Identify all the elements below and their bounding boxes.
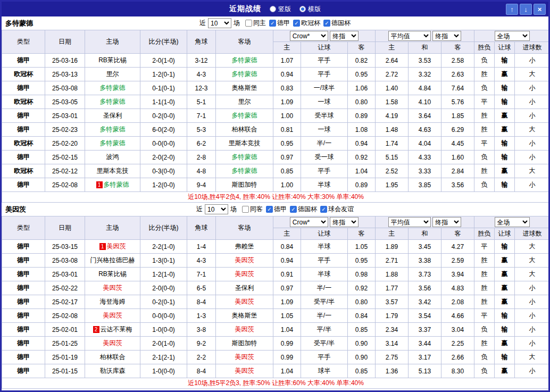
avg-draw-cell: 3.85 xyxy=(409,178,441,192)
layout-radio-vertical[interactable]: 竖版 xyxy=(270,5,291,14)
checkbox-unchecked-icon[interactable] xyxy=(242,206,249,213)
match-row: 德甲25-02-22美因茨2-0(0-0)6-5圣保利0.97半/一0.921.… xyxy=(2,281,550,295)
team-name-link[interactable]: 美因茨 xyxy=(235,367,254,374)
card-count-badge: 2 xyxy=(93,326,99,333)
odds-source-select[interactable]: Crow* xyxy=(290,31,328,41)
handicap-result-cell: 输 xyxy=(495,54,515,68)
filter-checkbox-同客[interactable]: 同客 xyxy=(242,205,263,214)
checkbox-checked-icon[interactable]: ✓ xyxy=(290,206,297,213)
team-name-link[interactable]: 多特蒙德 xyxy=(232,56,257,64)
team-name-link[interactable]: 美因茨 xyxy=(235,270,254,278)
odds-period-select[interactable]: 终指 xyxy=(330,31,359,41)
checkbox-checked-icon[interactable]: ✓ xyxy=(323,20,330,27)
team-name-link[interactable]: 奥格斯堡 xyxy=(232,84,257,91)
checkbox-checked-icon[interactable]: ✓ xyxy=(293,20,300,27)
team-name-link[interactable]: 美因茨 xyxy=(103,339,122,347)
match-row: 欧冠杯25-03-05多特蒙德1-1(1-0)5-1里尔1.09一球0.801.… xyxy=(2,95,550,109)
odds-source-select[interactable]: Crow* xyxy=(290,217,328,227)
result-cell: 胜 xyxy=(474,281,495,295)
handicap-result-cell: 赢 xyxy=(495,281,515,295)
team-name-link[interactable]: 奥格斯堡 xyxy=(232,312,257,319)
scope-select[interactable]: 全场 xyxy=(495,217,530,227)
filter-checkbox-德国杯[interactable]: ✓德国杯 xyxy=(323,19,351,28)
titlebar: 近期战绩 竖版 横版 ↑ ↓ × xyxy=(2,2,548,16)
team-name-link[interactable]: RB莱比锡 xyxy=(98,270,127,278)
team-name-link[interactable]: 多特蒙德 xyxy=(104,181,129,188)
odds-home-cell: 1.00 xyxy=(273,109,301,123)
filter-checkbox-德甲[interactable]: ✓德甲 xyxy=(266,205,287,214)
team-name-link[interactable]: 柏林联合 xyxy=(100,353,126,361)
avg-source-select[interactable]: 平均值 xyxy=(388,31,431,41)
score-cell: 0-0(0-0) xyxy=(140,309,187,323)
radio-selected-icon[interactable] xyxy=(299,6,306,12)
checkbox-unchecked-icon[interactable] xyxy=(245,20,252,27)
avg-source-select[interactable]: 平均值 xyxy=(388,217,431,227)
team-name-link[interactable]: 美因茨 xyxy=(103,284,122,291)
league-cell: 德甲 xyxy=(2,351,45,364)
checkbox-checked-icon[interactable]: ✓ xyxy=(320,206,327,213)
team-name-link[interactable]: 圣保利 xyxy=(235,284,254,291)
team-name-link[interactable]: 里斯本竞技 xyxy=(97,167,129,174)
scope-select[interactable]: 全场 xyxy=(495,31,530,41)
team-name-link[interactable]: 多特蒙德 xyxy=(100,126,126,133)
team-name-link[interactable]: 里尔 xyxy=(238,98,251,105)
home-team-cell: 1多特蒙德 xyxy=(85,178,140,192)
team-name-link[interactable]: 多特蒙德 xyxy=(100,98,126,105)
team-name-link[interactable]: 斯图加特 xyxy=(232,339,257,347)
team-name-link[interactable]: 圣保利 xyxy=(103,112,122,119)
filter-checkbox-德甲[interactable]: ✓德甲 xyxy=(269,19,290,28)
filter-checkbox-同主[interactable]: 同主 xyxy=(245,19,266,28)
team-name-link[interactable]: 斯图加特 xyxy=(232,181,257,188)
team-name-link[interactable]: 多特蒙德 xyxy=(100,84,126,91)
team-name-link[interactable]: 里尔 xyxy=(106,70,119,78)
team-name-link[interactable]: 门兴格拉德巴赫 xyxy=(90,256,135,264)
recent-count-select[interactable]: 10 xyxy=(205,204,228,214)
team-name-link[interactable]: 海登海姆 xyxy=(100,298,126,305)
down-arrow-button[interactable]: ↓ xyxy=(520,4,532,15)
checkbox-checked-icon[interactable]: ✓ xyxy=(266,206,273,213)
team-name-link[interactable]: 多特蒙德 xyxy=(232,167,257,174)
team-name-link[interactable]: 勒沃库森 xyxy=(100,367,126,374)
odds-period-select[interactable]: 终指 xyxy=(330,217,359,227)
team-name-link[interactable]: 多特蒙德 xyxy=(100,139,126,147)
team-name-link[interactable]: 美因茨 xyxy=(235,256,254,264)
handicap-line-cell: 平/半 xyxy=(301,323,348,337)
team-name-link[interactable]: 多特蒙德 xyxy=(232,153,257,161)
team-name-link[interactable]: 美因茨 xyxy=(235,326,254,333)
odds-away-cell: 1.04 xyxy=(348,164,376,178)
filter-checkbox-球会友谊[interactable]: ✓球会友谊 xyxy=(320,205,354,214)
team-name-link[interactable]: 多特蒙德 xyxy=(232,112,257,119)
filter-checkbox-德国杯[interactable]: ✓德国杯 xyxy=(290,205,317,214)
avg-period-select[interactable]: 终指 xyxy=(432,31,461,41)
filter-checkbox-欧冠杯[interactable]: ✓欧冠杯 xyxy=(293,19,320,28)
team-name-link[interactable]: 美因茨 xyxy=(235,353,254,361)
layout-radio-horizontal[interactable]: 横版 xyxy=(299,5,321,14)
team-name-link[interactable]: 波鸿 xyxy=(106,153,119,161)
team-name-link[interactable]: 柏林联合 xyxy=(232,126,257,133)
team-name-link[interactable]: 多特蒙德 xyxy=(232,70,257,78)
recent-count-select[interactable]: 10 xyxy=(208,18,231,28)
team-name-link[interactable]: 里斯本竞技 xyxy=(229,139,261,147)
team-name-link[interactable]: RB莱比锡 xyxy=(98,56,127,64)
checkbox-checked-icon[interactable]: ✓ xyxy=(269,20,276,27)
odds-away-cell: 1.06 xyxy=(348,81,376,95)
avg-away-cell: 6.29 xyxy=(441,123,474,137)
up-arrow-button[interactable]: ↑ xyxy=(506,4,518,15)
team-name-link[interactable]: 美因茨 xyxy=(103,312,122,319)
team-name-link[interactable]: 云达不莱梅 xyxy=(101,326,132,333)
league-cell: 德甲 xyxy=(2,323,45,337)
team-name-link[interactable]: 美因茨 xyxy=(107,243,126,250)
team-name-link[interactable]: 弗赖堡 xyxy=(235,243,254,250)
date-cell: 25-02-01 xyxy=(45,323,85,337)
corner-cell: 5-3 xyxy=(187,123,216,137)
avg-period-select[interactable]: 终指 xyxy=(432,217,461,227)
radio-unselected-icon[interactable] xyxy=(270,6,276,12)
league-cell: 欧冠杯 xyxy=(2,164,45,178)
avg-home-cell: 2.72 xyxy=(376,68,409,81)
filter-prefix-label: 近 xyxy=(199,19,206,28)
team-name-link[interactable]: 美因茨 xyxy=(235,298,254,305)
close-button[interactable]: × xyxy=(534,4,546,15)
league-cell: 德甲 xyxy=(2,109,45,123)
avg-draw-cell: 4.04 xyxy=(409,137,441,151)
odds-away-cell: 0.98 xyxy=(348,268,376,281)
